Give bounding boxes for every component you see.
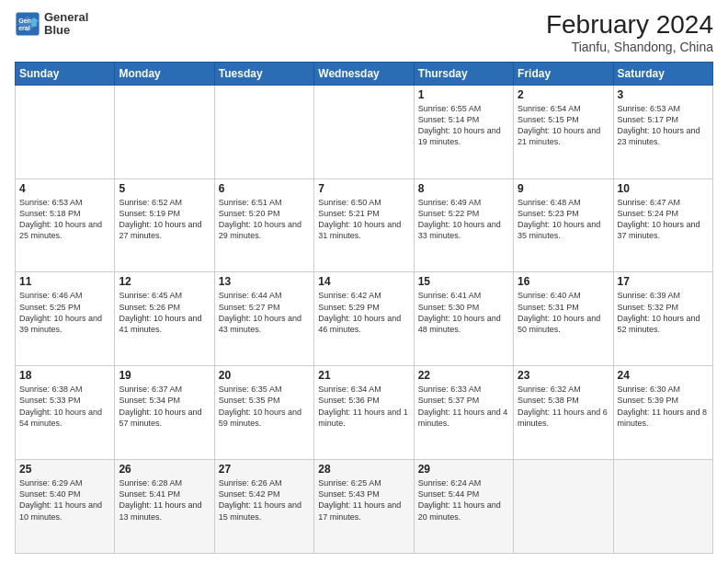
weekday-header: Wednesday <box>314 62 414 85</box>
weekday-header: Monday <box>115 62 214 85</box>
weekday-header: Friday <box>514 62 613 85</box>
calendar-day-cell: 12Sunrise: 6:45 AM Sunset: 5:26 PM Dayli… <box>115 272 214 366</box>
svg-text:eral: eral <box>18 25 30 31</box>
day-info: Sunrise: 6:32 AM Sunset: 5:38 PM Dayligh… <box>518 384 609 429</box>
day-number: 2 <box>518 88 609 101</box>
day-number: 20 <box>219 369 310 382</box>
day-info: Sunrise: 6:30 AM Sunset: 5:39 PM Dayligh… <box>618 384 709 429</box>
day-info: Sunrise: 6:41 AM Sunset: 5:30 PM Dayligh… <box>418 290 509 335</box>
day-info: Sunrise: 6:39 AM Sunset: 5:32 PM Dayligh… <box>618 290 709 335</box>
day-info: Sunrise: 6:47 AM Sunset: 5:24 PM Dayligh… <box>618 197 709 242</box>
day-info: Sunrise: 6:52 AM Sunset: 5:19 PM Dayligh… <box>119 197 210 242</box>
day-info: Sunrise: 6:48 AM Sunset: 5:23 PM Dayligh… <box>518 197 609 242</box>
calendar-day-cell <box>115 85 214 178</box>
day-number: 18 <box>19 369 110 382</box>
day-number: 6 <box>219 182 310 195</box>
day-info: Sunrise: 6:38 AM Sunset: 5:33 PM Dayligh… <box>19 384 110 429</box>
logo-text: General Blue <box>44 11 88 38</box>
weekday-header: Sunday <box>16 62 115 85</box>
day-info: Sunrise: 6:49 AM Sunset: 5:22 PM Dayligh… <box>418 197 509 242</box>
calendar-title: February 2024 <box>546 11 713 40</box>
calendar-day-cell: 23Sunrise: 6:32 AM Sunset: 5:38 PM Dayli… <box>514 366 613 460</box>
day-info: Sunrise: 6:53 AM Sunset: 5:17 PM Dayligh… <box>618 103 709 148</box>
day-number: 3 <box>618 88 709 101</box>
day-number: 5 <box>119 182 210 195</box>
day-info: Sunrise: 6:50 AM Sunset: 5:21 PM Dayligh… <box>318 197 409 242</box>
calendar-day-cell: 24Sunrise: 6:30 AM Sunset: 5:39 PM Dayli… <box>613 366 712 460</box>
day-info: Sunrise: 6:37 AM Sunset: 5:34 PM Dayligh… <box>119 384 210 429</box>
page: Gen eral General Blue February 2024 Tian… <box>0 0 728 563</box>
calendar-day-cell: 1Sunrise: 6:55 AM Sunset: 5:14 PM Daylig… <box>414 85 513 178</box>
logo: Gen eral General Blue <box>15 11 88 38</box>
day-number: 22 <box>418 369 509 382</box>
day-number: 15 <box>418 275 509 288</box>
weekday-header: Tuesday <box>214 62 313 85</box>
calendar-day-cell: 21Sunrise: 6:34 AM Sunset: 5:36 PM Dayli… <box>314 366 414 460</box>
logo-icon: Gen eral <box>15 11 40 37</box>
day-number: 9 <box>518 182 609 195</box>
logo-line2: Blue <box>44 24 88 37</box>
calendar-week-row: 1Sunrise: 6:55 AM Sunset: 5:14 PM Daylig… <box>16 85 713 178</box>
calendar-day-cell: 11Sunrise: 6:46 AM Sunset: 5:25 PM Dayli… <box>16 272 115 366</box>
calendar-week-row: 11Sunrise: 6:46 AM Sunset: 5:25 PM Dayli… <box>16 272 713 366</box>
calendar-day-cell: 22Sunrise: 6:33 AM Sunset: 5:37 PM Dayli… <box>414 366 513 460</box>
calendar-day-cell: 17Sunrise: 6:39 AM Sunset: 5:32 PM Dayli… <box>613 272 712 366</box>
calendar-day-cell: 4Sunrise: 6:53 AM Sunset: 5:18 PM Daylig… <box>16 178 115 272</box>
calendar-day-cell: 2Sunrise: 6:54 AM Sunset: 5:15 PM Daylig… <box>514 85 613 178</box>
calendar-week-row: 25Sunrise: 6:29 AM Sunset: 5:40 PM Dayli… <box>16 460 713 554</box>
day-info: Sunrise: 6:55 AM Sunset: 5:14 PM Dayligh… <box>418 103 509 148</box>
day-number: 7 <box>318 182 409 195</box>
day-number: 8 <box>418 182 509 195</box>
weekday-row: SundayMondayTuesdayWednesdayThursdayFrid… <box>16 62 713 85</box>
day-info: Sunrise: 6:51 AM Sunset: 5:20 PM Dayligh… <box>219 197 310 242</box>
day-info: Sunrise: 6:46 AM Sunset: 5:25 PM Dayligh… <box>19 290 110 335</box>
day-info: Sunrise: 6:34 AM Sunset: 5:36 PM Dayligh… <box>318 384 409 429</box>
day-number: 25 <box>19 463 110 476</box>
logo-line1: General <box>44 11 88 24</box>
calendar-day-cell: 19Sunrise: 6:37 AM Sunset: 5:34 PM Dayli… <box>115 366 214 460</box>
calendar-day-cell <box>214 85 313 178</box>
calendar-day-cell: 28Sunrise: 6:25 AM Sunset: 5:43 PM Dayli… <box>314 460 414 554</box>
calendar-body: 1Sunrise: 6:55 AM Sunset: 5:14 PM Daylig… <box>16 85 713 553</box>
calendar-week-row: 4Sunrise: 6:53 AM Sunset: 5:18 PM Daylig… <box>16 178 713 272</box>
day-number: 14 <box>318 275 409 288</box>
day-number: 27 <box>219 463 310 476</box>
day-number: 26 <box>119 463 210 476</box>
day-number: 29 <box>418 463 509 476</box>
calendar-table: SundayMondayTuesdayWednesdayThursdayFrid… <box>15 62 713 554</box>
calendar-header: SundayMondayTuesdayWednesdayThursdayFrid… <box>16 62 713 85</box>
calendar-day-cell <box>613 460 712 554</box>
day-number: 16 <box>518 275 609 288</box>
calendar-day-cell: 29Sunrise: 6:24 AM Sunset: 5:44 PM Dayli… <box>414 460 513 554</box>
day-number: 28 <box>318 463 409 476</box>
calendar-day-cell <box>514 460 613 554</box>
day-info: Sunrise: 6:54 AM Sunset: 5:15 PM Dayligh… <box>518 103 609 148</box>
day-info: Sunrise: 6:44 AM Sunset: 5:27 PM Dayligh… <box>219 290 310 335</box>
day-info: Sunrise: 6:53 AM Sunset: 5:18 PM Dayligh… <box>19 197 110 242</box>
day-info: Sunrise: 6:33 AM Sunset: 5:37 PM Dayligh… <box>418 384 509 429</box>
calendar-day-cell: 16Sunrise: 6:40 AM Sunset: 5:31 PM Dayli… <box>514 272 613 366</box>
calendar-day-cell <box>314 85 414 178</box>
day-number: 1 <box>418 88 509 101</box>
calendar-day-cell: 18Sunrise: 6:38 AM Sunset: 5:33 PM Dayli… <box>16 366 115 460</box>
day-info: Sunrise: 6:28 AM Sunset: 5:41 PM Dayligh… <box>119 477 210 523</box>
day-number: 12 <box>119 275 210 288</box>
calendar-subtitle: Tianfu, Shandong, China <box>546 40 713 54</box>
calendar-day-cell: 3Sunrise: 6:53 AM Sunset: 5:17 PM Daylig… <box>613 85 712 178</box>
calendar-day-cell: 27Sunrise: 6:26 AM Sunset: 5:42 PM Dayli… <box>214 460 313 554</box>
svg-text:Gen: Gen <box>18 17 31 24</box>
weekday-header: Thursday <box>414 62 513 85</box>
calendar-day-cell: 20Sunrise: 6:35 AM Sunset: 5:35 PM Dayli… <box>214 366 313 460</box>
day-info: Sunrise: 6:24 AM Sunset: 5:44 PM Dayligh… <box>418 477 509 523</box>
day-number: 13 <box>219 275 310 288</box>
day-number: 4 <box>19 182 110 195</box>
day-number: 23 <box>518 369 609 382</box>
calendar-day-cell: 14Sunrise: 6:42 AM Sunset: 5:29 PM Dayli… <box>314 272 414 366</box>
calendar-day-cell: 15Sunrise: 6:41 AM Sunset: 5:30 PM Dayli… <box>414 272 513 366</box>
calendar-day-cell: 7Sunrise: 6:50 AM Sunset: 5:21 PM Daylig… <box>314 178 414 272</box>
calendar-day-cell: 5Sunrise: 6:52 AM Sunset: 5:19 PM Daylig… <box>115 178 214 272</box>
day-number: 19 <box>119 369 210 382</box>
day-number: 17 <box>618 275 709 288</box>
calendar-week-row: 18Sunrise: 6:38 AM Sunset: 5:33 PM Dayli… <box>16 366 713 460</box>
calendar-day-cell <box>16 85 115 178</box>
